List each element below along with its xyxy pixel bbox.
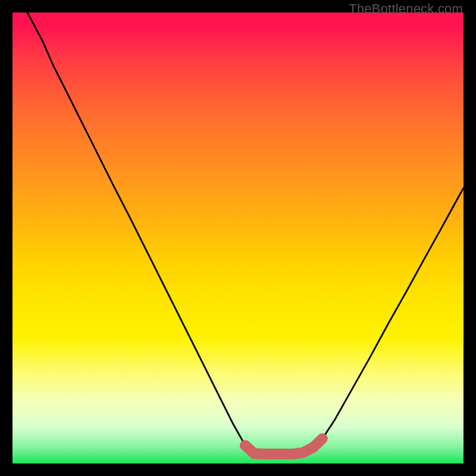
gradient-plot-area — [12, 12, 464, 464]
highlight-start-dot — [240, 440, 250, 451]
optimal-range-highlight — [245, 439, 322, 454]
curve-layer — [12, 12, 464, 464]
bottleneck-curve — [27, 12, 464, 454]
watermark-text: TheBottleneck.com — [349, 1, 463, 17]
chart-container: TheBottleneck.com — [0, 0, 476, 476]
